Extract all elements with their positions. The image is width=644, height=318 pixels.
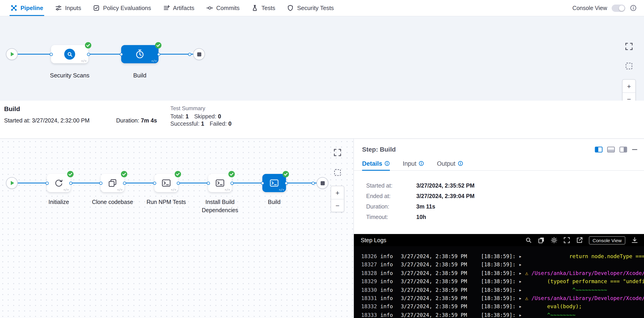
policy-check-icon [93,4,100,11]
tab-tests[interactable]: Tests [246,0,281,16]
info-icon[interactable] [384,161,390,166]
top-navigation: Pipeline Inputs Policy Evaluations Artif… [0,0,644,16]
pipeline-end-node[interactable] [193,48,205,60]
search-logs-icon[interactable] [525,237,532,244]
tab-pipeline[interactable]: Pipeline [4,0,49,16]
tab-label: Commits [216,4,240,11]
test-summary: Test Summary Total: 1Skipped: 0 Successf… [170,105,237,127]
initialize-sync-icon [54,178,64,188]
connector-dot [99,181,102,185]
code-glyph: </> [81,59,87,62]
step-card-install-build-dependencies[interactable]: </> [208,174,232,192]
connector-dot [206,181,210,185]
log-text: eval(body); [522,304,582,310]
expand-canvas-button[interactable] [334,148,342,157]
tab-artifacts[interactable]: Artifacts [157,0,200,16]
step-logs-panel: Step Logs Console View 18326info3/27/202… [354,234,644,318]
detail-row: Ended at:3/27/2024, 2:39:04 PM [366,193,636,199]
code-glyph: </> [279,188,284,191]
step-label-initialize: Initialize [48,198,69,206]
tab-commits[interactable]: Commits [200,0,246,16]
selection-marquee-button[interactable] [625,62,633,70]
connector-dot [45,181,48,185]
code-glyph: </> [171,188,176,191]
detail-row: Started at:3/27/2024, 2:35:52 PM [366,183,636,189]
step-card-initialize[interactable]: </> [47,174,70,192]
zoom-in-button[interactable]: + [331,186,344,199]
step-logs-title: Step Logs [361,237,386,243]
terminal-icon [215,178,225,188]
open-in-new-icon[interactable] [576,237,583,244]
step-graph-canvas[interactable]: </> Initialize </> Clone codebase </> Ru… [0,139,354,318]
console-view-button[interactable]: Console View [589,236,625,244]
panel-layout-controls [595,146,638,152]
info-icon[interactable] [419,161,424,166]
stage-card-build[interactable]: </> [121,45,158,63]
log-text: ^~~~~~~~~~~ [522,287,607,293]
console-view-toggle[interactable] [612,4,625,11]
step-logs-body[interactable]: 18326info3/27/2024, 2:38:59 PM[18:38:59]… [354,246,644,318]
log-settings-gear-icon[interactable] [551,237,558,244]
pipeline-icon [10,4,17,11]
code-glyph: </> [64,188,69,191]
collapse-panel-icon[interactable] [632,146,638,152]
success-check-badge [85,42,92,49]
stage-graph-canvas[interactable]: </> Security Scans </> Build + − [0,16,644,101]
tab-security-tests[interactable]: Security Tests [281,0,340,16]
inputs-icon [55,4,62,11]
test-summary-title: Test Summary [170,105,237,112]
download-logs-icon[interactable] [631,237,638,244]
zoom-in-button[interactable]: + [622,80,635,92]
stage-end-node[interactable] [316,177,328,189]
log-text: /Users/anka/Library/Developer/Xcode/Deri… [528,295,644,301]
step-card-clone-codebase[interactable]: </> [101,174,124,192]
console-view-label: Console View [572,5,607,11]
tab-input[interactable]: Input [403,157,424,170]
connector-dot [284,181,288,185]
log-text: ^~~~~~~~~ [522,312,576,318]
log-line: 18333info3/27/2024, 2:38:59 PM[18:38:59]… [361,311,644,318]
connector-dot [123,181,126,185]
step-card-build[interactable]: </> [262,174,286,192]
connector-dot [188,52,191,56]
tab-inputs[interactable]: Inputs [49,0,87,16]
layout-split-bottom-icon[interactable] [607,146,615,152]
log-line: 18329info3/27/2024, 2:38:59 PM[18:38:59]… [361,277,644,286]
step-card-run-npm-tests[interactable]: </> [154,174,178,192]
lower-split: </> Initialize </> Clone codebase </> Ru… [0,139,644,318]
log-line: 18326info3/27/2024, 2:38:59 PM[18:38:59]… [361,252,644,261]
log-line: 18328info3/27/2024, 2:38:59 PM[18:38:59]… [361,269,644,278]
tab-details[interactable]: Details [362,157,390,170]
terminal-icon [269,178,279,188]
success-check-badge [155,42,162,49]
step-panel-tabs: Details Input Output [354,157,644,171]
tab-label: Security Tests [297,4,334,11]
connector-dot [153,181,156,185]
layout-split-left-icon[interactable] [595,146,602,152]
log-line: 18332info3/27/2024, 2:38:59 PM[18:38:59]… [361,303,644,311]
tab-output[interactable]: Output [437,157,463,170]
zoom-out-button[interactable]: − [331,199,344,212]
expand-canvas-button[interactable] [625,42,633,50]
info-icon[interactable] [630,4,637,11]
stage-card-security-scans[interactable]: </> [51,45,88,63]
stage-start-node[interactable] [6,177,18,189]
selection-marquee-button[interactable] [334,168,342,177]
test-summary-row: Total: 1Skipped: 0 [170,113,237,120]
log-text: (typeof performance === "undefined" [522,278,644,285]
tab-label: Artifacts [173,4,194,11]
fullscreen-logs-icon[interactable] [564,237,570,244]
security-scan-stage-icon [64,49,75,60]
copy-logs-icon[interactable] [538,237,545,244]
commit-icon [206,4,213,11]
tab-label: Details [362,160,382,167]
layout-split-right-icon[interactable] [620,146,627,152]
pipeline-start-node[interactable] [6,48,18,60]
tab-policy-evaluations[interactable]: Policy Evaluations [87,0,157,16]
info-icon[interactable] [458,161,463,166]
stage-label-build: Build [133,72,146,79]
log-line: 18330info3/27/2024, 2:38:59 PM[18:38:59]… [361,286,644,294]
log-text: return node.nodeType === N [522,253,644,260]
step-label-build: Build [268,198,280,206]
connector-dot [230,181,234,185]
